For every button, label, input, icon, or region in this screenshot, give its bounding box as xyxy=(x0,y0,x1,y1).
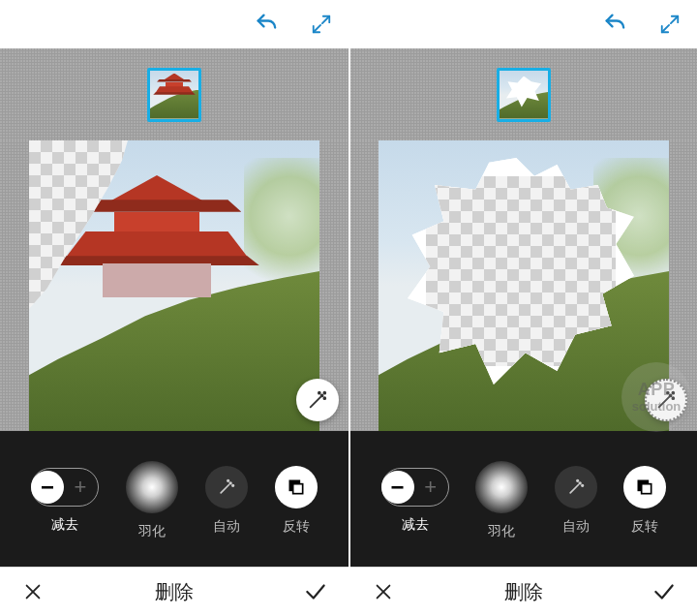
expand-button[interactable] xyxy=(652,7,687,42)
tool-invert[interactable]: 反转 xyxy=(623,466,666,536)
tool-bar: − + 减去 羽化 自动 反转 xyxy=(350,431,697,567)
cancel-button[interactable] xyxy=(368,576,399,607)
undo-button[interactable] xyxy=(250,7,285,42)
feather-icon xyxy=(475,461,528,513)
expand-icon xyxy=(311,14,332,35)
tool-subtract[interactable]: − + 减去 xyxy=(381,468,449,534)
layer-thumbnail[interactable] xyxy=(147,68,201,122)
svg-point-0 xyxy=(321,395,323,397)
magic-wand-icon xyxy=(307,389,328,411)
tool-invert-label: 反转 xyxy=(631,518,658,536)
bottom-bar: 删除 xyxy=(0,567,348,616)
svg-point-11 xyxy=(672,397,674,399)
tool-auto-label: 自动 xyxy=(213,518,240,536)
svg-point-6 xyxy=(227,480,229,482)
confirm-button[interactable] xyxy=(649,576,680,607)
feather-icon xyxy=(126,461,178,513)
svg-point-13 xyxy=(579,482,581,484)
minus-plus-toggle[interactable]: − + xyxy=(381,468,449,507)
svg-point-9 xyxy=(670,395,672,397)
confirm-button[interactable] xyxy=(300,576,331,607)
top-bar xyxy=(350,0,697,48)
svg-point-4 xyxy=(229,482,231,484)
magic-wand-icon xyxy=(655,389,677,411)
cancel-button[interactable] xyxy=(17,576,48,607)
expand-button[interactable] xyxy=(304,7,339,42)
mode-title: 删除 xyxy=(504,579,543,605)
svg-rect-8 xyxy=(293,484,303,494)
svg-point-5 xyxy=(232,485,234,487)
tool-auto-label: 自动 xyxy=(562,518,590,536)
mode-title: 删除 xyxy=(155,579,194,605)
svg-rect-17 xyxy=(642,484,652,494)
minus-plus-toggle[interactable]: − + xyxy=(31,468,99,507)
minus-icon: − xyxy=(391,474,405,501)
tool-feather[interactable]: 羽化 xyxy=(475,461,528,540)
svg-point-12 xyxy=(667,392,669,394)
tool-feather[interactable]: 羽化 xyxy=(126,461,178,540)
tool-feather-label: 羽化 xyxy=(138,523,166,540)
close-icon xyxy=(22,581,44,602)
check-icon xyxy=(652,579,677,604)
plus-icon: + xyxy=(414,477,447,498)
undo-button[interactable] xyxy=(598,7,633,42)
check-icon xyxy=(303,579,328,604)
tool-subtract[interactable]: − + 减去 xyxy=(31,468,99,534)
tool-invert-label: 反转 xyxy=(283,518,310,536)
auto-icon xyxy=(555,466,597,508)
minus-icon: − xyxy=(41,474,54,501)
image-canvas[interactable] xyxy=(379,140,669,431)
top-bar xyxy=(0,0,348,48)
editor-pane-left: − + 减去 羽化 自动 反转 删除 xyxy=(0,0,348,616)
layer-thumbnail[interactable] xyxy=(497,68,551,122)
svg-point-3 xyxy=(318,392,320,394)
magic-wand-fab[interactable] xyxy=(296,379,339,421)
editor-pane-right: APP solution − + 减去 羽化 自动 反转 xyxy=(348,0,697,616)
tool-auto[interactable]: 自动 xyxy=(555,466,597,536)
tool-bar: − + 减去 羽化 自动 反转 xyxy=(0,431,348,567)
tool-invert[interactable]: 反转 xyxy=(275,466,318,536)
undo-icon xyxy=(254,11,281,38)
layer-strip xyxy=(0,48,348,140)
tool-feather-label: 羽化 xyxy=(488,523,515,540)
svg-point-14 xyxy=(582,485,584,487)
invert-icon xyxy=(275,466,318,508)
svg-point-10 xyxy=(672,392,674,394)
tool-subtract-label: 减去 xyxy=(402,516,429,534)
undo-icon xyxy=(602,11,629,38)
auto-icon xyxy=(205,466,248,508)
svg-point-2 xyxy=(323,397,325,399)
tool-auto[interactable]: 自动 xyxy=(205,466,248,536)
expand-icon xyxy=(659,14,681,35)
image-canvas[interactable] xyxy=(29,140,319,431)
plus-icon: + xyxy=(64,477,97,498)
svg-point-1 xyxy=(323,392,325,394)
svg-point-15 xyxy=(577,480,579,482)
invert-icon xyxy=(623,466,666,508)
canvas-area[interactable] xyxy=(0,140,348,431)
tool-subtract-label: 减去 xyxy=(51,516,78,534)
bottom-bar: 删除 xyxy=(350,567,697,616)
magic-wand-fab[interactable] xyxy=(645,379,687,421)
layer-strip xyxy=(350,48,697,140)
close-icon xyxy=(373,581,394,602)
canvas-area[interactable] xyxy=(350,140,697,431)
